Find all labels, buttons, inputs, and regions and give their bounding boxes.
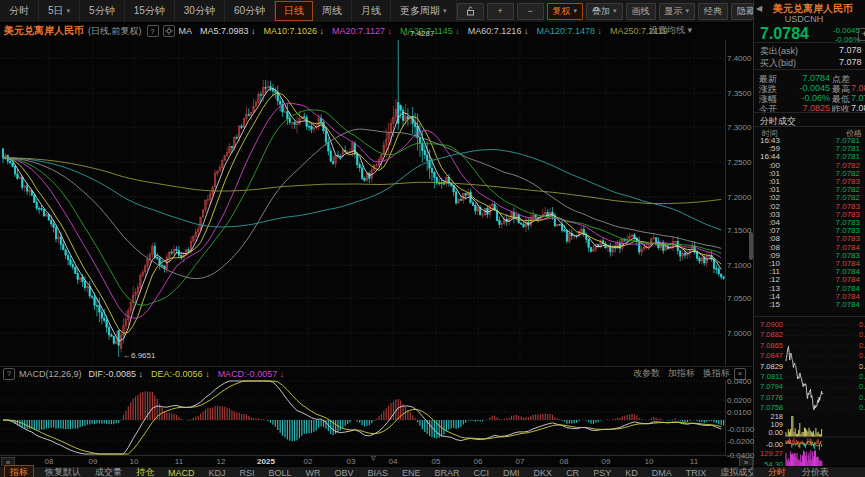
time-axis-label: 11 <box>175 457 183 466</box>
period-tab-月线[interactable]: 月线 <box>352 0 391 22</box>
mini-macd-label: 129.27 <box>756 450 783 458</box>
high-annotation: ←7.4287 <box>402 29 434 38</box>
time-axis-label: 09 <box>602 457 611 466</box>
add-to-watchlist-button[interactable]: + <box>858 28 865 41</box>
macd-axis-label: -0.0200 <box>727 437 756 446</box>
tool-−[interactable]: − <box>517 3 544 20</box>
price-axis-label: 7.0500 <box>727 294 756 303</box>
mini-price-label: 7.0776 <box>756 394 783 402</box>
tool-画线[interactable]: 画线 <box>626 3 656 20</box>
macd-link-加指标[interactable]: 加指标 <box>668 367 695 380</box>
ma-settings-button[interactable]: 设置均线 ▾ <box>649 24 692 37</box>
tick-price: 7.0784 <box>794 301 860 309</box>
tool-经典[interactable]: 经典 <box>698 3 728 20</box>
tool-显示[interactable]: 显示▾ <box>659 3 696 20</box>
indicator-tab-DMA[interactable]: DMA <box>645 468 679 477</box>
stat-value: 7.0784 <box>784 73 830 83</box>
period-tab-30分钟[interactable]: 30分钟 <box>175 0 225 22</box>
macd-help-icon[interactable]: ? <box>3 368 15 380</box>
bid-value: 7.078 <box>839 57 862 67</box>
time-axis-label: 08 <box>45 457 54 466</box>
tick-time: :15 <box>754 301 780 309</box>
indicator-tab-KD[interactable]: KD <box>618 468 645 477</box>
indicator-tab-恢复默认[interactable]: 恢复默认 <box>38 466 88 477</box>
period-tab-日线[interactable]: 日线 <box>275 1 313 21</box>
time-axis-label: 05 <box>432 457 441 466</box>
chart-mode-label: (日线,前复权) <box>88 25 142 38</box>
ask-value: 7.078 <box>839 45 862 55</box>
tool-叠加[interactable]: 叠加▾ <box>586 3 623 20</box>
period-tab-15分钟[interactable]: 15分钟 <box>125 0 175 22</box>
indicator-tab-RSI[interactable]: RSI <box>233 468 262 477</box>
mini-mid-label: 0.00 <box>756 429 783 437</box>
price-axis-label: 7.1500 <box>727 226 756 235</box>
macd-link-改参数[interactable]: 改参数 <box>633 367 660 380</box>
panel-tab-分时[interactable]: 分时 <box>762 466 792 477</box>
gear-icon[interactable] <box>163 25 175 37</box>
ma-values: MA5:7.0983 ↓MA10:7.1026 ↓MA20:7.1127 ↓MA… <box>200 26 683 36</box>
mini-price-label: 7.0794 <box>756 383 783 391</box>
price-axis-label: 7.3500 <box>727 89 756 98</box>
indicator-tab-WR[interactable]: WR <box>299 468 328 477</box>
indicator-bar: 指标恢复默认成交量持仓MACDKDJRSIBOLLWROBVBIASENEBRA… <box>0 466 752 477</box>
main-candlestick-chart[interactable] <box>0 40 726 365</box>
indicator-tab-CCI[interactable]: CCI <box>467 468 497 477</box>
macd-chart[interactable] <box>0 380 726 455</box>
macd-links: 改参数加指标换指标 <box>633 367 730 380</box>
indicator-tab-DMI[interactable]: DMI <box>496 468 527 477</box>
macd-axis-label: -0.0400 <box>727 451 756 460</box>
panel-tab-分价表[interactable]: 分价表 <box>796 466 835 477</box>
mini-price-label: 7.0847 <box>756 352 783 360</box>
time-axis-label: 04 <box>389 457 398 466</box>
time-axis-label: 11 <box>690 457 698 466</box>
ma-value-MA60: MA60:7.1216 ↓ <box>468 26 529 36</box>
price-axis-label: 7.2000 <box>727 193 756 202</box>
chevron-down-icon: ▾ <box>686 7 690 15</box>
tool-复权[interactable]: 复权▾ <box>547 3 584 20</box>
lock-icon[interactable] <box>457 3 484 20</box>
indicator-tab-成交量[interactable]: 成交量 <box>88 466 129 477</box>
period-tab-5分钟[interactable]: 5分钟 <box>80 0 125 22</box>
help-icon[interactable]: ? <box>147 25 159 37</box>
indicator-tab-ENE[interactable]: ENE <box>395 468 428 477</box>
indicator-tab-BOLL[interactable]: BOLL <box>262 468 299 477</box>
time-axis-label: 02 <box>304 457 313 466</box>
tool-+[interactable]: + <box>487 3 514 20</box>
indicator-tab-DKX[interactable]: DKX <box>527 468 560 477</box>
indicator-tab-OBV[interactable]: OBV <box>328 468 361 477</box>
chevron-down-icon: ▾ <box>613 7 617 15</box>
time-axis-label: 07 <box>516 457 525 466</box>
time-axis-label: 08 <box>560 457 569 466</box>
period-tab-周线[interactable]: 周线 <box>313 0 352 22</box>
indicator-tab-BRAR[interactable]: BRAR <box>428 468 467 477</box>
stat-value: -0.06% <box>784 93 830 103</box>
indicator-menu-button[interactable]: 指标 <box>4 465 34 477</box>
ma-value-MA5: MA5:7.0983 ↓ <box>200 26 256 36</box>
period-tab-分时[interactable]: 分时 <box>0 0 39 22</box>
low-annotation: ←6.9651 <box>123 351 155 360</box>
indicator-tab-KDJ[interactable]: KDJ <box>202 468 233 477</box>
indicator-tab-BIAS[interactable]: BIAS <box>361 468 396 477</box>
collapse-panel-icon[interactable]: ◀ <box>756 4 762 13</box>
mini-price-label: 7.0882 <box>756 331 783 339</box>
period-toolbar: 分时5日▾5分钟15分钟30分钟60分钟日线周线月线更多周期▾ +−复权▾叠加▾… <box>0 0 752 23</box>
chart-tools: +−复权▾叠加▾画线显示▾经典隐藏» <box>457 3 804 20</box>
indicator-tab-PSY[interactable]: PSY <box>586 468 618 477</box>
indicator-tab-持仓[interactable]: 持仓 <box>129 466 161 477</box>
price-axis-label: 7.1000 <box>727 261 756 270</box>
time-axis-label: 03 <box>347 457 356 466</box>
panel-tabs: 分时分价表 <box>754 466 865 477</box>
ma-value-MA10: MA10:7.1026 ↓ <box>264 26 325 36</box>
intraday-mini-chart[interactable] <box>784 320 865 466</box>
macd-link-换指标[interactable]: 换指标 <box>703 367 730 380</box>
macd-title: MACD(12,26,9) <box>19 369 82 379</box>
period-tabs: 分时5日▾5分钟15分钟30分钟60分钟日线周线月线更多周期▾ <box>0 0 457 22</box>
indicator-tab-MACD[interactable]: MACD <box>161 468 202 477</box>
period-tab-更多周期[interactable]: 更多周期▾ <box>391 0 457 22</box>
time-axis-label: 06 <box>474 457 483 466</box>
indicator-tab-CR[interactable]: CR <box>559 468 586 477</box>
period-tab-5日[interactable]: 5日▾ <box>39 0 80 22</box>
chevron-down-icon: ▾ <box>574 7 578 15</box>
period-tab-60分钟[interactable]: 60分钟 <box>225 0 275 22</box>
indicator-tab-TRIX[interactable]: TRIX <box>679 468 714 477</box>
